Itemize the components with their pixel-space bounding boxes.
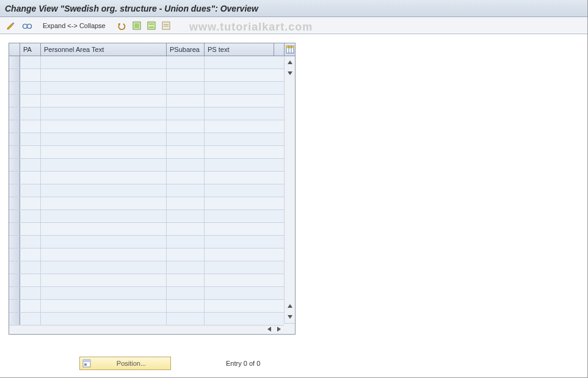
cell-personnel-area-text[interactable] <box>41 82 167 94</box>
configure-columns-button[interactable] <box>284 43 295 56</box>
cell-ps-text[interactable] <box>205 120 274 133</box>
cell-psubarea[interactable] <box>167 82 205 94</box>
cell-ps-text[interactable] <box>205 172 274 184</box>
table-row[interactable] <box>9 236 284 249</box>
cell-pa[interactable] <box>20 184 41 197</box>
cell-psubarea[interactable] <box>167 210 205 222</box>
expand-collapse-button[interactable]: Expand <-> Collapse <box>38 20 110 32</box>
table-row[interactable] <box>9 133 284 146</box>
row-selector[interactable] <box>9 223 20 235</box>
cell-personnel-area-text[interactable] <box>41 313 167 325</box>
cell-personnel-area-text[interactable] <box>41 223 167 235</box>
cell-pa[interactable] <box>20 261 41 274</box>
cell-ps-text[interactable] <box>205 69 274 81</box>
cell-pa[interactable] <box>20 249 41 261</box>
cell-ps-text[interactable] <box>205 210 274 222</box>
cell-personnel-area-text[interactable] <box>41 146 167 158</box>
table-row[interactable] <box>9 274 284 287</box>
col-header-personnel-area-text[interactable]: Personnel Area Text <box>41 43 167 56</box>
row-selector[interactable] <box>9 133 20 145</box>
table-row[interactable] <box>9 210 284 223</box>
cell-ps-text[interactable] <box>205 236 274 248</box>
cell-personnel-area-text[interactable] <box>41 236 167 248</box>
scroll-right-button[interactable] <box>274 324 284 334</box>
cell-psubarea[interactable] <box>167 146 205 158</box>
cell-pa[interactable] <box>20 159 41 171</box>
cell-psubarea[interactable] <box>167 287 205 299</box>
cell-personnel-area-text[interactable] <box>41 133 167 145</box>
row-selector[interactable] <box>9 95 20 107</box>
col-header-pa[interactable]: PA <box>20 43 41 56</box>
cell-psubarea[interactable] <box>167 133 205 145</box>
cell-pa[interactable] <box>20 172 41 184</box>
select-block-button[interactable] <box>145 20 158 32</box>
row-selector[interactable] <box>9 184 20 197</box>
cell-psubarea[interactable] <box>167 107 205 120</box>
scroll-left-button[interactable] <box>264 324 274 334</box>
cell-ps-text[interactable] <box>205 300 274 312</box>
table-row[interactable] <box>9 56 284 69</box>
cell-personnel-area-text[interactable] <box>41 184 167 197</box>
cell-ps-text[interactable] <box>205 56 274 68</box>
cell-personnel-area-text[interactable] <box>41 69 167 81</box>
cell-personnel-area-text[interactable] <box>41 197 167 209</box>
cell-ps-text[interactable] <box>205 249 274 261</box>
cell-psubarea[interactable] <box>167 159 205 171</box>
table-row[interactable] <box>9 107 284 120</box>
cell-personnel-area-text[interactable] <box>41 249 167 261</box>
cell-pa[interactable] <box>20 287 41 299</box>
cell-psubarea[interactable] <box>167 300 205 312</box>
cell-personnel-area-text[interactable] <box>41 210 167 222</box>
cell-psubarea[interactable] <box>167 236 205 248</box>
cell-pa[interactable] <box>20 236 41 248</box>
col-header-ps-text[interactable]: PS text <box>205 43 274 56</box>
col-header-psubarea[interactable]: PSubarea <box>167 43 205 56</box>
select-all-button[interactable] <box>130 20 143 32</box>
cell-pa[interactable] <box>20 197 41 209</box>
cell-personnel-area-text[interactable] <box>41 287 167 299</box>
table-row[interactable] <box>9 287 284 300</box>
table-row[interactable] <box>9 82 284 95</box>
row-selector[interactable] <box>9 69 20 81</box>
table-row[interactable] <box>9 95 284 107</box>
cell-ps-text[interactable] <box>205 133 274 145</box>
cell-pa[interactable] <box>20 223 41 235</box>
cell-personnel-area-text[interactable] <box>41 300 167 312</box>
table-row[interactable] <box>9 120 284 133</box>
deselect-all-button[interactable] <box>159 20 173 32</box>
cell-personnel-area-text[interactable] <box>41 172 167 184</box>
cell-pa[interactable] <box>20 56 41 68</box>
row-selector-header[interactable] <box>9 43 20 56</box>
row-selector[interactable] <box>9 120 20 133</box>
row-selector[interactable] <box>9 261 20 274</box>
table-row[interactable] <box>9 159 284 172</box>
row-selector[interactable] <box>9 82 20 94</box>
cell-psubarea[interactable] <box>167 172 205 184</box>
row-selector[interactable] <box>9 236 20 248</box>
table-row[interactable] <box>9 249 284 261</box>
scroll-down-button[interactable] <box>285 312 295 322</box>
other-view-button[interactable] <box>20 20 34 32</box>
undo-button[interactable] <box>114 20 129 32</box>
row-selector[interactable] <box>9 159 20 171</box>
cell-ps-text[interactable] <box>205 184 274 197</box>
cell-personnel-area-text[interactable] <box>41 107 167 120</box>
cell-pa[interactable] <box>20 300 41 312</box>
row-selector[interactable] <box>9 172 20 184</box>
cell-pa[interactable] <box>20 274 41 286</box>
scroll-up-button[interactable] <box>285 57 295 67</box>
table-row[interactable] <box>9 69 284 82</box>
horizontal-scroll-track[interactable] <box>227 326 263 332</box>
cell-psubarea[interactable] <box>167 197 205 209</box>
cell-psubarea[interactable] <box>167 274 205 286</box>
table-row[interactable] <box>9 261 284 274</box>
cell-ps-text[interactable] <box>205 197 274 209</box>
cell-psubarea[interactable] <box>167 313 205 325</box>
row-selector[interactable] <box>9 56 20 68</box>
cell-personnel-area-text[interactable] <box>41 120 167 133</box>
row-selector[interactable] <box>9 249 20 261</box>
cell-psubarea[interactable] <box>167 249 205 261</box>
cell-ps-text[interactable] <box>205 146 274 158</box>
cell-personnel-area-text[interactable] <box>41 56 167 68</box>
row-selector[interactable] <box>9 197 20 209</box>
